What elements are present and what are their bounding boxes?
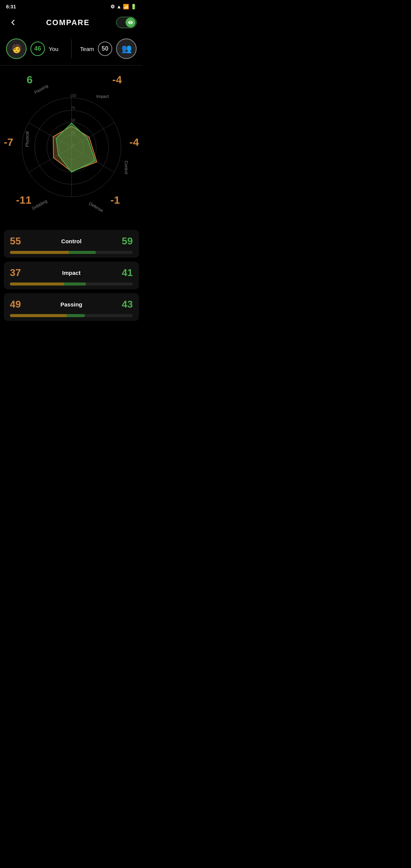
passing-you-score: 49 <box>10 298 21 310</box>
status-time: 6:31 <box>6 4 16 10</box>
compare-bar: 🧑 46 You Team 50 👥 <box>0 35 143 65</box>
stat-card-impact: 37 Impact 41 <box>4 262 139 289</box>
control-bar <box>10 251 133 254</box>
radar-control-value: -4 <box>129 136 139 148</box>
radar-defense-value: -1 <box>110 194 120 206</box>
impact-label: Impact <box>62 270 80 276</box>
control-team-score: 59 <box>122 235 133 247</box>
svg-text:Control: Control <box>124 161 129 174</box>
svg-text:Defense: Defense <box>88 201 104 213</box>
control-label: Control <box>61 238 81 244</box>
team-avatar: 👥 <box>116 38 137 59</box>
toggle-button[interactable] <box>116 17 137 28</box>
stat-card-control: 55 Control 59 <box>4 230 139 258</box>
svg-text:Dribbling: Dribbling <box>31 199 48 211</box>
battery-icon: 🔋 <box>131 4 137 10</box>
you-label: You <box>49 46 58 52</box>
radar-chart: 100 75 50 25 0 <box>0 65 143 225</box>
radar-impact-value: -4 <box>112 74 122 86</box>
svg-text:Physical: Physical <box>25 131 29 147</box>
back-button[interactable] <box>6 16 20 29</box>
team-score: 50 <box>98 41 112 56</box>
player-team: Team 50 👥 <box>78 38 137 59</box>
impact-bar-you <box>10 282 64 286</box>
stat-control-header: 55 Control 59 <box>10 235 133 247</box>
impact-bar <box>10 282 133 286</box>
radar-passing-value: 6 <box>27 74 33 86</box>
you-avatar: 🧑 <box>6 38 27 59</box>
status-icons: ⚙ ▲ 📶 🔋 <box>110 4 137 10</box>
impact-bar-team <box>64 282 86 286</box>
toggle-knob <box>126 18 135 27</box>
passing-bar-team <box>67 314 85 317</box>
stat-passing-header: 49 Passing 43 <box>10 298 133 310</box>
you-score: 46 <box>30 41 45 56</box>
divider <box>71 39 72 58</box>
radar-physical-value: -7 <box>4 136 13 148</box>
svg-text:100: 100 <box>70 94 76 98</box>
impact-you-score: 37 <box>10 267 21 279</box>
passing-bar <box>10 314 133 317</box>
control-you-score: 55 <box>10 235 21 247</box>
team-label: Team <box>80 46 94 52</box>
settings-icon: ⚙ <box>110 4 115 10</box>
signal-icon: 📶 <box>123 4 129 10</box>
stat-card-passing: 49 Passing 43 <box>4 293 139 321</box>
passing-team-score: 43 <box>122 298 133 310</box>
svg-text:Passing: Passing <box>33 83 49 95</box>
control-bar-you <box>10 251 69 254</box>
stats-section: 55 Control 59 37 Impact 41 49 Passing 43 <box>0 225 143 326</box>
radar-dribbling-value: -11 <box>16 194 31 206</box>
control-bar-team <box>69 251 96 254</box>
passing-bar-you <box>10 314 67 317</box>
svg-text:Impact: Impact <box>96 94 109 99</box>
status-bar: 6:31 ⚙ ▲ 📶 🔋 <box>0 0 143 12</box>
wifi-icon: ▲ <box>116 4 121 10</box>
header: COMPARE <box>0 12 143 35</box>
stat-impact-header: 37 Impact 41 <box>10 267 133 279</box>
player-you: 🧑 46 You <box>6 38 65 59</box>
passing-label: Passing <box>61 301 83 308</box>
impact-team-score: 41 <box>122 267 133 279</box>
page-title: COMPARE <box>46 18 90 27</box>
